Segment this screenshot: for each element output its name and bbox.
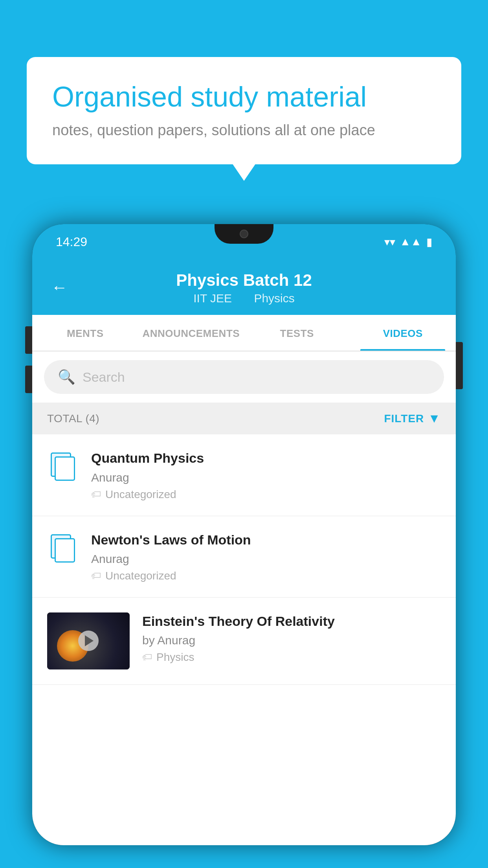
- header-subtitle-part1: IIT JEE: [193, 292, 232, 305]
- tag-label: Uncategorized: [105, 488, 176, 501]
- list-item[interactable]: Quantum Physics Anurag 🏷 Uncategorized: [32, 434, 456, 516]
- video-info: Quantum Physics Anurag 🏷 Uncategorized: [91, 449, 441, 500]
- tag-label: Uncategorized: [105, 570, 176, 582]
- volume-down-button[interactable]: [25, 366, 32, 393]
- phone-device: 14:29 ▾▾ ▲▲ ▮ ← Physics Batch 12 IIT JEE…: [32, 224, 456, 845]
- header-subtitle: IIT JEE Physics: [52, 292, 436, 305]
- battery-icon: ▮: [426, 235, 432, 248]
- video-tag: 🏷 Physics: [142, 651, 441, 664]
- tag-icon: 🏷: [142, 651, 152, 663]
- video-info: Newton's Laws of Motion Anurag 🏷 Uncateg…: [91, 531, 441, 582]
- tab-announcements[interactable]: ANNOUNCEMENTS: [138, 315, 244, 351]
- video-title: Quantum Physics: [91, 449, 441, 467]
- tag-icon: 🏷: [91, 570, 101, 582]
- status-bar: 14:29 ▾▾ ▲▲ ▮: [32, 224, 456, 259]
- list-item[interactable]: Einstein's Theory Of Relativity by Anura…: [32, 598, 456, 685]
- video-info: Einstein's Theory Of Relativity by Anura…: [142, 612, 441, 664]
- file-page-front: [55, 538, 75, 563]
- signal-icon: ▲▲: [400, 235, 422, 248]
- volume-up-button[interactable]: [25, 326, 32, 354]
- front-camera: [240, 230, 248, 238]
- video-tag: 🏷 Uncategorized: [91, 570, 441, 582]
- file-icon-wrap: [47, 449, 79, 481]
- status-icons: ▾▾ ▲▲ ▮: [384, 235, 432, 248]
- speech-bubble: Organised study material notes, question…: [27, 57, 461, 164]
- video-author: Anurag: [91, 471, 441, 484]
- video-list: Quantum Physics Anurag 🏷 Uncategorized: [32, 434, 456, 684]
- tabs-bar: MENTS ANNOUNCEMENTS TESTS VIDEOS: [32, 315, 456, 351]
- filter-button[interactable]: FILTER ▼: [384, 411, 441, 426]
- file-icon-wrap: [47, 531, 79, 563]
- power-button[interactable]: [456, 342, 463, 389]
- file-icon: [51, 534, 75, 563]
- speech-bubble-container: Organised study material notes, question…: [27, 57, 461, 164]
- phone-wrapper: 14:29 ▾▾ ▲▲ ▮ ← Physics Batch 12 IIT JEE…: [32, 224, 456, 868]
- list-item[interactable]: Newton's Laws of Motion Anurag 🏷 Uncateg…: [32, 516, 456, 598]
- play-button[interactable]: [78, 631, 99, 651]
- play-icon: [85, 635, 94, 646]
- header-title: Physics Batch 12: [52, 270, 436, 290]
- file-page-front: [55, 456, 75, 481]
- tab-ments[interactable]: MENTS: [32, 315, 138, 351]
- video-title: Newton's Laws of Motion: [91, 531, 441, 548]
- video-author: Anurag: [91, 552, 441, 566]
- video-title: Einstein's Theory Of Relativity: [142, 612, 441, 630]
- notch: [215, 224, 273, 244]
- tab-videos[interactable]: VIDEOS: [350, 315, 456, 351]
- search-input[interactable]: Search: [83, 370, 125, 385]
- speech-bubble-subtitle: notes, question papers, solutions all at…: [52, 122, 436, 139]
- search-box[interactable]: 🔍 Search: [44, 360, 444, 394]
- content-area: 🔍 Search TOTAL (4) FILTER ▼: [32, 351, 456, 684]
- video-thumbnail: [47, 612, 130, 669]
- search-container: 🔍 Search: [32, 351, 456, 403]
- wifi-icon: ▾▾: [384, 235, 395, 248]
- video-author: by Anurag: [142, 634, 441, 647]
- file-icon: [51, 452, 75, 481]
- filter-funnel-icon: ▼: [428, 411, 441, 426]
- back-button[interactable]: ←: [51, 278, 68, 297]
- tag-icon: 🏷: [91, 488, 101, 500]
- phone-screen: ← Physics Batch 12 IIT JEE Physics MENTS…: [32, 259, 456, 845]
- search-icon: 🔍: [58, 369, 75, 385]
- tab-tests[interactable]: TESTS: [244, 315, 350, 351]
- app-header: ← Physics Batch 12 IIT JEE Physics: [32, 259, 456, 315]
- filter-label: FILTER: [384, 412, 424, 425]
- video-tag: 🏷 Uncategorized: [91, 488, 441, 501]
- total-count-label: TOTAL (4): [47, 412, 99, 425]
- tag-label: Physics: [156, 651, 194, 664]
- speech-bubble-title: Organised study material: [52, 81, 436, 113]
- filter-row: TOTAL (4) FILTER ▼: [32, 403, 456, 434]
- header-subtitle-part2: Physics: [254, 292, 294, 305]
